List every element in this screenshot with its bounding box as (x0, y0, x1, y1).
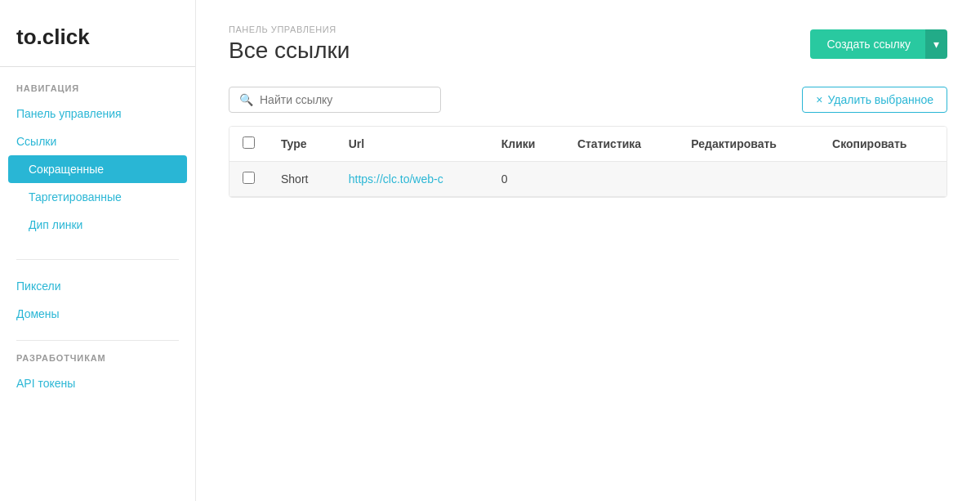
toolbar: 🔍 × Удалить выбранное (229, 87, 947, 113)
row-url: https://clc.to/web-c (336, 162, 488, 197)
create-link-chevron[interactable]: ▾ (925, 29, 947, 59)
sidebar-item-targeted[interactable]: Таргетированные (0, 183, 195, 211)
row-url-link[interactable]: https://clc.to/web-c (349, 172, 443, 186)
col-copy: Скопировать (819, 127, 947, 162)
links-table: Type Url Клики Статистика Редактировать … (229, 127, 947, 197)
delete-label: Удалить выбранное (828, 93, 933, 106)
sidebar-divider-2 (16, 340, 179, 341)
page-title: Все ссылки (229, 38, 350, 64)
table-body: Short https://clc.to/web-c 0 (229, 162, 947, 197)
row-edit (678, 162, 819, 197)
row-checkbox[interactable] (243, 172, 255, 184)
main-content: ПАНЕЛЬ УПРАВЛЕНИЯ Все ссылки Создать ссы… (196, 0, 980, 501)
sidebar-item-links[interactable]: Ссылки (0, 127, 195, 155)
links-table-container: Type Url Клики Статистика Редактировать … (229, 126, 947, 198)
table-header: Type Url Клики Статистика Редактировать … (229, 127, 947, 162)
col-edit: Редактировать (678, 127, 819, 162)
sidebar-item-dashboard[interactable]: Панель управления (0, 100, 195, 127)
row-stats (564, 162, 678, 197)
col-checkbox (229, 127, 268, 162)
table-row: Short https://clc.to/web-c 0 (229, 162, 947, 197)
sidebar-item-pixels[interactable]: Пиксели (0, 272, 195, 300)
select-all-checkbox[interactable] (243, 136, 255, 149)
table-header-row: Type Url Клики Статистика Редактировать … (229, 127, 947, 162)
logo: to.click (0, 25, 195, 67)
create-link-button[interactable]: Создать ссылку ▾ (810, 29, 947, 59)
col-type: Type (268, 127, 336, 162)
col-url: Url (336, 127, 488, 162)
row-type: Short (268, 162, 336, 197)
breadcrumb: ПАНЕЛЬ УПРАВЛЕНИЯ (229, 25, 350, 34)
row-clicks: 0 (488, 162, 564, 197)
search-input[interactable] (260, 93, 430, 106)
delete-selected-button[interactable]: × Удалить выбранное (802, 87, 947, 113)
col-clicks: Клики (488, 127, 564, 162)
sidebar-item-domains[interactable]: Домены (0, 300, 195, 328)
create-link-label: Создать ссылку (826, 38, 911, 51)
search-icon: 🔍 (239, 93, 253, 106)
sidebar-item-deeplinks[interactable]: Дип линки (0, 211, 195, 239)
search-box[interactable]: 🔍 (229, 87, 441, 113)
page-header: ПАНЕЛЬ УПРАВЛЕНИЯ Все ссылки Создать ссы… (229, 25, 947, 64)
col-stats: Статистика (564, 127, 678, 162)
row-checkbox-cell (229, 162, 268, 197)
dev-label: РАЗРАБОТЧИКАМ (0, 353, 195, 369)
sidebar: to.click НАВИГАЦИЯ Панель управления Ссы… (0, 0, 196, 501)
nav-label: НАВИГАЦИЯ (0, 83, 195, 100)
delete-icon: × (816, 93, 822, 106)
row-copy (819, 162, 947, 197)
sidebar-divider (16, 259, 179, 260)
page-header-left: ПАНЕЛЬ УПРАВЛЕНИЯ Все ссылки (229, 25, 350, 64)
nav-section: НАВИГАЦИЯ Панель управления Ссылки Сокра… (0, 83, 195, 239)
sidebar-item-api[interactable]: API токены (0, 369, 195, 397)
sidebar-item-short[interactable]: Сокращенные (8, 155, 187, 183)
